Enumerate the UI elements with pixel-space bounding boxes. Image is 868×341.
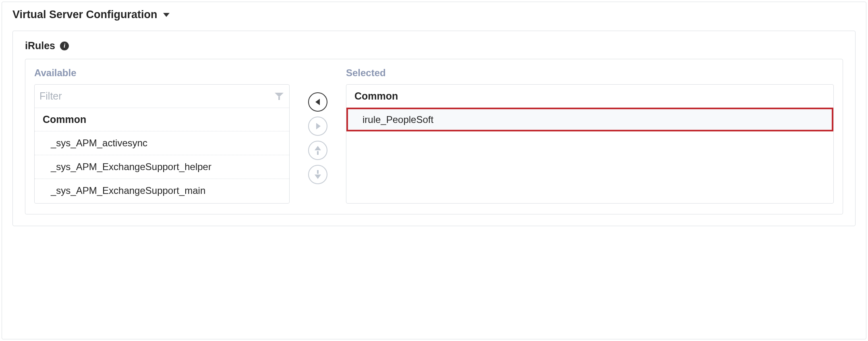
arrow-left-icon [315, 99, 320, 105]
available-title: Available [34, 67, 290, 79]
list-item[interactable]: _sys_APM_ExchangeSupport_helper [35, 155, 289, 179]
section-label: iRules [25, 40, 55, 52]
move-down-button[interactable] [308, 165, 327, 184]
available-column: Available Common _sys_APM_activesync _sy… [34, 67, 290, 204]
dual-listbox: Available Common _sys_APM_activesync _sy… [25, 59, 843, 214]
move-left-button[interactable] [308, 92, 327, 112]
panel-header-toggle[interactable]: Virtual Server Configuration [2, 2, 866, 31]
move-right-button[interactable] [308, 116, 327, 136]
virtual-server-config-panel: Virtual Server Configuration iRules i Av… [2, 2, 866, 339]
available-listbox: Common _sys_APM_activesync _sys_APM_Exch… [34, 84, 290, 204]
arrow-right-icon [316, 123, 321, 129]
move-up-button[interactable] [308, 141, 327, 160]
filter-input[interactable] [35, 85, 275, 108]
list-item[interactable]: _sys_APM_activesync [35, 131, 289, 155]
list-item[interactable]: irule_PeopleSoft [346, 108, 833, 131]
caret-down-icon [163, 13, 170, 17]
filter-icon[interactable] [275, 92, 284, 101]
selected-listbox: Common irule_PeopleSoft [346, 84, 834, 204]
transfer-buttons [290, 67, 346, 204]
selected-group-header: Common [346, 85, 833, 108]
available-group-header: Common [35, 108, 289, 131]
section-label-row: iRules i [25, 40, 843, 52]
panel-title: Virtual Server Configuration [12, 8, 157, 21]
selected-title: Selected [346, 67, 834, 79]
list-item[interactable]: _sys_APM_ExchangeSupport_main [35, 179, 289, 202]
selected-column: Selected Common irule_PeopleSoft [346, 67, 834, 204]
filter-row [35, 85, 289, 108]
info-icon[interactable]: i [60, 42, 69, 50]
arrow-down-icon [315, 170, 321, 179]
arrow-up-icon [315, 146, 321, 155]
irules-section: iRules i Available Common _sys_APM_activ… [12, 31, 856, 226]
